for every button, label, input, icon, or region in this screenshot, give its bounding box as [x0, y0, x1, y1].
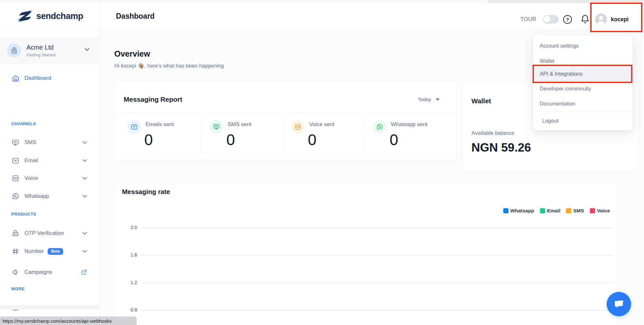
stat-sms-sent: SMS sent 0 — [210, 117, 290, 155]
messaging-rate-card: Messaging rate Whatsapp Email SMS Voice … — [114, 181, 618, 325]
menu-item-developer-community[interactable]: Developer commnuity — [533, 81, 633, 96]
beta-badge: Beta — [48, 248, 63, 255]
avatar — [595, 14, 607, 25]
stat-label: Emails sent — [146, 121, 174, 128]
chart-grid-row: 1.2 — [115, 283, 618, 283]
sidebar-item-label: Whatsapp — [24, 193, 49, 200]
chart-grid-row: 0.8 — [115, 310, 618, 311]
legend-item-sms: SMS — [566, 208, 584, 214]
y-tick-label: 1.2 — [123, 280, 137, 285]
menu-item-documentation[interactable]: Documentation — [533, 97, 633, 111]
messaging-rate-title: Messaging rate — [122, 188, 170, 196]
sidebar-item-label: Number — [24, 248, 44, 255]
chat-widget-button[interactable] — [607, 292, 631, 316]
sidebar-item-label: Voice — [24, 175, 38, 181]
available-balance-label: Available balance — [471, 130, 514, 136]
sidebar-item-voice[interactable]: Voice — [0, 172, 100, 184]
gridline — [141, 228, 614, 228]
help-icon[interactable]: ? — [563, 15, 572, 24]
chevron-down-icon — [85, 48, 90, 51]
menu-item-api-integrations[interactable]: API & Integrations — [533, 65, 633, 82]
stat-label: SMS sent — [228, 121, 251, 128]
chart-legend: Whatsapp Email SMS Voice — [503, 208, 610, 214]
legend-item-email: Email — [540, 208, 560, 214]
stat-emails-sent: Emails sent 0 — [128, 117, 208, 155]
user-menu-button[interactable]: kocepi — [595, 12, 640, 26]
menu-item-account-settings[interactable]: Account settings — [533, 39, 633, 53]
sidebar-item-label: OTP Verification — [24, 230, 64, 237]
email-stat-icon — [128, 120, 141, 134]
brand-logo-area[interactable]: sendchamp — [0, 3, 100, 29]
stat-value: 0 — [308, 131, 317, 149]
sms-icon — [11, 139, 20, 146]
sidebar-submenu-edge — [0, 305, 99, 310]
gridline — [141, 283, 614, 283]
toggle-knob — [544, 16, 551, 23]
legend-label: Voice — [597, 208, 610, 214]
sidebar-item-label: Email — [24, 157, 38, 164]
tour-toggle[interactable] — [543, 15, 559, 23]
sidebar-item-label: SMS — [24, 139, 36, 146]
chat-bubble-icon — [613, 299, 625, 310]
sidebar-item-whatsapp[interactable]: Whatsapp — [0, 190, 100, 202]
stat-value: 0 — [144, 131, 153, 149]
legend-swatch — [590, 208, 595, 213]
y-tick-label: 2.0 — [123, 225, 137, 230]
sidebar-item-campaigns[interactable]: Campaigns — [0, 266, 100, 278]
chart-grid-row: 1.6 — [115, 255, 618, 255]
notifications-bell-icon[interactable] — [580, 14, 590, 24]
stat-value: 0 — [226, 131, 235, 149]
org-switcher[interactable]: Acme Ltd Getting Started — [0, 36, 100, 64]
messaging-report-title: Messaging Report — [124, 96, 182, 103]
sidebar-item-dashboard[interactable]: Dashboard — [0, 72, 100, 84]
sidebar-item-label: Campaigns — [24, 269, 52, 275]
home-icon — [11, 75, 20, 82]
legend-swatch — [540, 208, 545, 213]
sidebar-section-products: PRODUCTS — [11, 212, 36, 217]
gridline — [141, 255, 614, 255]
stat-whatsapp-sent: Whatsapp sent 0 — [373, 117, 453, 155]
divider — [201, 116, 201, 152]
divider — [533, 112, 633, 112]
browser-chrome-strip — [0, 0, 644, 3]
period-value: Today — [418, 97, 431, 102]
available-balance-value: NGN 59.26 — [471, 141, 531, 154]
sidebar-section-channels: CHANNELS — [11, 121, 36, 126]
stat-label: Voice sent — [309, 121, 334, 128]
stat-voice-sent: Voice sent 0 — [291, 117, 372, 155]
user-dropdown-menu: Account settings Wallet API & Integratio… — [533, 35, 633, 130]
overview-greeting: Hi kocepi 👋🏽, here’s what has been happe… — [114, 63, 224, 69]
sidebar-item-sms[interactable]: SMS — [0, 137, 100, 148]
stat-label: Whatsapp sent — [391, 121, 427, 128]
chevron-down-icon — [82, 159, 87, 162]
period-select[interactable]: Today — [418, 97, 440, 102]
sidebar-item-email[interactable]: Email — [0, 155, 100, 166]
org-name: Acme Ltd — [26, 44, 56, 51]
megaphone-icon — [11, 268, 20, 276]
legend-item-whatsapp: Whatsapp — [503, 208, 534, 214]
wallet-card-title: Wallet — [471, 97, 491, 105]
page-title: Dashboard — [116, 12, 155, 21]
org-subtitle: Getting Started — [26, 52, 56, 57]
divider — [115, 112, 456, 113]
tour-label: TOUR — [520, 16, 536, 23]
menu-item-logout[interactable]: Logout — [533, 114, 633, 128]
legend-item-voice: Voice — [590, 208, 610, 214]
email-icon — [11, 157, 20, 164]
hash-icon — [11, 247, 20, 255]
sidebar-section-more: MORE — [11, 286, 24, 291]
username: kocepi — [611, 16, 629, 23]
app-header: sendchamp Dashboard TOUR ? kocepi — [0, 3, 644, 29]
sidebar-item-number[interactable]: Number Beta — [0, 246, 100, 257]
chevron-down-icon — [82, 141, 87, 144]
voice-icon — [11, 174, 20, 182]
chevron-down-icon — [82, 250, 87, 253]
gridline — [141, 310, 614, 311]
brand-wordmark: sendchamp — [36, 11, 83, 21]
legend-label: Whatsapp — [510, 208, 534, 214]
messaging-report-card: Messaging Report Today Emails sent 0 SMS… — [114, 81, 457, 160]
status-bar-url: https://my.sendchamp.com/accounts/api-we… — [0, 317, 137, 325]
sidebar-item-label: Dashboard — [24, 75, 51, 81]
voice-stat-icon — [291, 120, 305, 134]
sidebar-item-otp-verification[interactable]: OTP Verification — [0, 228, 100, 239]
